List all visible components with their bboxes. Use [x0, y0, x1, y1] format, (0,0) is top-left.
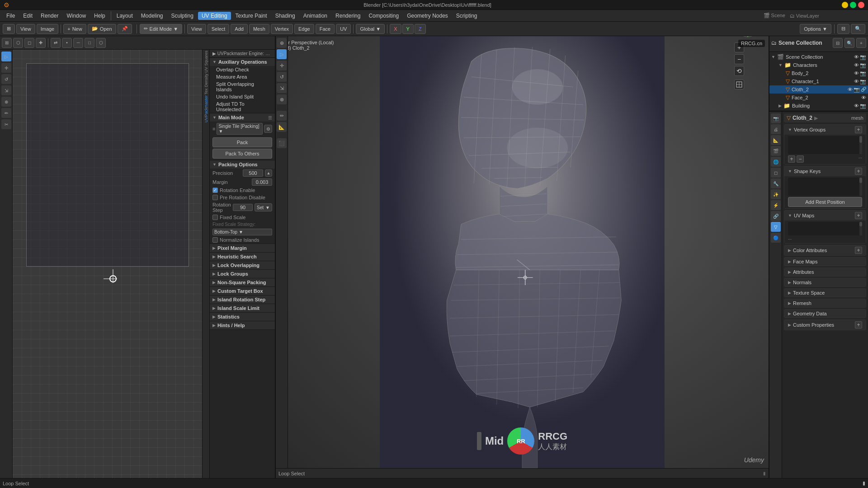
- view-layer-icon[interactable]: 📐: [771, 135, 781, 145]
- view-menu-btn[interactable]: View: [16, 24, 35, 34]
- vertex-groups-header[interactable]: ▼ Vertex Groups +: [784, 125, 866, 135]
- margin-value[interactable]: 0.003: [252, 178, 272, 186]
- search-filter-btn[interactable]: 🔍: [851, 24, 865, 34]
- menu-sculpting[interactable]: Sculpting: [168, 12, 197, 20]
- constraints-icon[interactable]: 🔗: [771, 211, 781, 221]
- rip-tool[interactable]: ✂: [1, 119, 11, 129]
- texture-space-header[interactable]: ▶ Texture Space: [784, 289, 866, 297]
- coord-sys-btn[interactable]: Global ▼: [356, 24, 385, 34]
- zoom-out-btn[interactable]: −: [734, 54, 744, 64]
- cloth2-eye[interactable]: 👁: [848, 87, 853, 93]
- menu-uv-editing[interactable]: UV Editing: [198, 12, 231, 20]
- chars-eye[interactable]: 👁: [854, 62, 859, 68]
- measure-area-item[interactable]: Measure Area: [210, 73, 275, 80]
- chars-cam[interactable]: 📷: [860, 62, 866, 68]
- x-axis-btn[interactable]: X: [390, 24, 401, 34]
- vp-mesh-btn[interactable]: Mesh: [249, 24, 269, 34]
- uv-squares-label[interactable]: UV Squares: [204, 51, 208, 73]
- char1-row[interactable]: ▽ Character_1 👁 📷: [769, 77, 868, 85]
- heuristic-header[interactable]: ▶ Heuristic Search: [210, 253, 275, 261]
- face2-row[interactable]: ▽ Face_2 👁: [769, 94, 868, 102]
- vp-select-btn[interactable]: Select: [208, 24, 230, 34]
- sk-list[interactable]: [788, 178, 862, 196]
- rotation-step-value[interactable]: 90: [233, 204, 253, 211]
- uvm-list[interactable]: [788, 222, 862, 235]
- adjust-td-item[interactable]: Adjust TD To Unselected: [210, 100, 275, 113]
- normals-header[interactable]: ▶ Normals: [784, 278, 866, 286]
- minimize-button[interactable]: [842, 2, 848, 8]
- editor-type-btn[interactable]: ⊞: [3, 24, 15, 34]
- uv-tool1[interactable]: ⬡: [13, 38, 23, 48]
- shape-keys-header[interactable]: ▼ Shape Keys +: [784, 166, 866, 176]
- vg-list[interactable]: [788, 136, 862, 154]
- pack-to-others-btn[interactable]: Pack To Others: [212, 149, 272, 159]
- lock-groups-header[interactable]: ▶ Lock Groups: [210, 270, 275, 278]
- precision-value[interactable]: 500: [243, 169, 263, 177]
- vp-add-btn[interactable]: Add: [231, 24, 248, 34]
- menu-scripting[interactable]: Scripting: [453, 12, 481, 20]
- rotation-enable-cb[interactable]: ✓: [212, 188, 218, 193]
- custom-props-header[interactable]: ▶ Custom Properties +: [784, 320, 866, 330]
- open-btn[interactable]: 📂 Open: [88, 24, 116, 34]
- lock-overlapping-header[interactable]: ▶ Lock Overlapping: [210, 261, 275, 269]
- vg-add-btn[interactable]: +: [855, 126, 862, 133]
- uv-maps-header[interactable]: ▼ UV Maps +: [784, 211, 866, 221]
- cloth2-cam[interactable]: 📷: [854, 87, 860, 93]
- vp-scale-tool[interactable]: ⇲: [277, 83, 287, 93]
- building-row[interactable]: ▶ 📁 Building 👁 📷: [769, 102, 868, 110]
- data-icon[interactable]: ▽: [771, 222, 781, 232]
- vp-transform-tool[interactable]: ⊗: [277, 94, 287, 104]
- material-icon[interactable]: 🔵: [771, 233, 781, 243]
- uv-vertex-btn[interactable]: •: [62, 38, 72, 48]
- undo-split-item[interactable]: Undo Island Split: [210, 93, 275, 100]
- particles-icon[interactable]: ✨: [771, 189, 781, 199]
- overlap-check-item[interactable]: Overlap Check: [210, 66, 275, 73]
- uv-tool2[interactable]: ◻: [24, 38, 34, 48]
- sk-add-btn[interactable]: +: [855, 168, 862, 175]
- y-axis-btn[interactable]: Y: [402, 24, 414, 34]
- pixel-margin-header[interactable]: ▶ Pixel Margin: [210, 244, 275, 252]
- physics-icon[interactable]: ⚡: [771, 200, 781, 210]
- render-icon[interactable]: 📷: [771, 113, 781, 123]
- uvpackmaster-label[interactable]: UVPackmaster: [204, 95, 208, 122]
- menu-animation[interactable]: Animation: [300, 12, 331, 20]
- window-controls[interactable]: [842, 2, 864, 8]
- scene-icon-side[interactable]: 🎬: [771, 146, 781, 156]
- auxiliary-ops-header[interactable]: ▼ Auxiliary Operations: [210, 58, 275, 66]
- menu-window[interactable]: Window: [63, 12, 90, 20]
- eye-icon[interactable]: 👁: [854, 54, 859, 60]
- body2-row[interactable]: ▽ Body_2 👁 📷: [769, 69, 868, 77]
- mode-extra-btn[interactable]: ⚙: [264, 125, 272, 133]
- vp-edge-btn[interactable]: Edge: [294, 24, 314, 34]
- maximize-button[interactable]: [850, 2, 856, 8]
- object-icon[interactable]: ◻: [771, 168, 781, 178]
- menu-file[interactable]: File: [3, 12, 19, 20]
- color-attrs-header[interactable]: ▶ Color Attributes +: [784, 245, 866, 255]
- image-menu-btn[interactable]: Image: [37, 24, 59, 34]
- ortho-btn[interactable]: [734, 80, 744, 89]
- menu-texture-paint[interactable]: Texture Paint: [232, 12, 271, 20]
- building-cam[interactable]: 📷: [860, 103, 866, 109]
- menu-geometry-nodes[interactable]: Geometry Nodes: [403, 12, 452, 20]
- packing-opts-header[interactable]: ▼ Packing Options: [210, 160, 275, 169]
- vp-cursor-tool[interactable]: ⊕: [277, 38, 287, 48]
- vp-vertex-btn[interactable]: Vertex: [271, 24, 293, 34]
- uv-tool3[interactable]: ✚: [36, 38, 46, 48]
- rotation-step-set-btn[interactable]: Set ▼: [255, 203, 272, 211]
- collection-add-btn[interactable]: +: [856, 38, 866, 48]
- vg-action2[interactable]: −: [797, 155, 804, 163]
- vp-measure-tool[interactable]: 📐: [277, 122, 287, 132]
- statistics-header[interactable]: ▶ Statistics: [210, 313, 275, 321]
- uvm-add-btn[interactable]: +: [855, 212, 862, 219]
- vp-annotate-tool[interactable]: ✏: [277, 111, 287, 121]
- vp-view-btn[interactable]: View: [187, 24, 206, 34]
- menu-edit[interactable]: Edit: [19, 12, 36, 20]
- vp-rotate-tool[interactable]: ↺: [277, 72, 287, 82]
- face2-eye[interactable]: 👁: [861, 95, 866, 100]
- uv-edge-btn[interactable]: ─: [73, 38, 83, 48]
- characters-row[interactable]: ▼ 📁 Characters 👁 📷: [769, 61, 868, 69]
- uv-sync-btn[interactable]: ⇄: [51, 38, 61, 48]
- viewport-3d[interactable]: User Perspective (Local) (113) Cloth_2 ⊕…: [276, 36, 769, 468]
- remesh-header[interactable]: ▶ Remesh: [784, 299, 866, 307]
- move-tool[interactable]: ✛: [1, 63, 11, 73]
